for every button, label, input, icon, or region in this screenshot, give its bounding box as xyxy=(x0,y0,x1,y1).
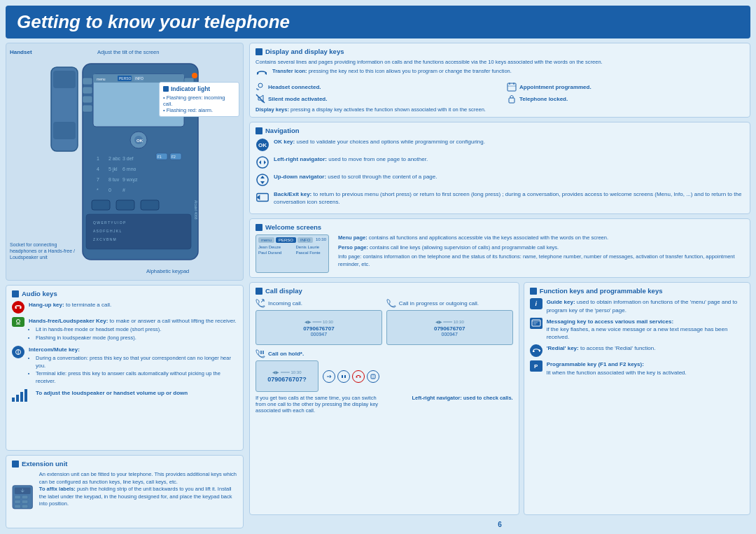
svg-rect-82 xyxy=(360,377,361,378)
guide-key-text: Guide key: used to obtain information on… xyxy=(547,298,744,314)
svg-text:5 jkl: 5 jkl xyxy=(108,167,118,172)
svg-rect-68 xyxy=(509,98,514,103)
tilt-label: Adjust the tilt of the screen xyxy=(97,49,159,55)
indicator-box: Indicator light • Flashing green: incomi… xyxy=(159,82,239,117)
audio-square-icon xyxy=(12,290,19,297)
call-display-grid: Incoming call. ◀▶ ═══ 10:30 0790676707 0… xyxy=(255,298,513,345)
transfer-row: Transfer icon: pressing the key next to … xyxy=(255,68,744,79)
svg-rect-40 xyxy=(141,200,159,210)
screen-time: 10:30 xyxy=(316,237,326,243)
svg-text:INFO: INFO xyxy=(135,76,144,80)
back-icon xyxy=(255,190,270,204)
extension-text: An extension unit can be fitted to your … xyxy=(39,471,237,508)
svg-text:Z X C V B N M: Z X C V B N M xyxy=(93,237,116,241)
svg-rect-79 xyxy=(342,375,343,378)
svg-rect-58 xyxy=(15,505,21,508)
svg-point-49 xyxy=(17,320,20,323)
navigation-section: Navigation OK OK key: used to validate y… xyxy=(249,122,750,214)
handsfree-key-item: Hands-free/Loudspeaker Key: to make or a… xyxy=(12,317,237,342)
hold-btn-4[interactable] xyxy=(367,370,379,383)
welcome-screens-section: Welcome screens menu PERSO INFO 10:30 xyxy=(249,218,750,278)
hold-btn-3[interactable] xyxy=(352,370,365,383)
intercom-key-text: Intercom/Mute key: During a conversation… xyxy=(29,346,237,386)
ok-key-row: OK OK key: used to validate your choices… xyxy=(255,138,744,152)
svg-text:#: # xyxy=(122,188,125,192)
svg-rect-80 xyxy=(344,375,346,378)
function-keys-title: Function keys and programmable keys xyxy=(530,287,744,295)
headset-icon xyxy=(255,82,265,92)
volume-key-text: To adjust the loudspeaker or handset vol… xyxy=(36,389,188,397)
svg-rect-63 xyxy=(507,83,516,91)
volume-key-item: To adjust the loudspeaker or handset vol… xyxy=(12,389,237,402)
info-text: Info page: contains information on the t… xyxy=(338,253,744,268)
intercom-key-item: Intercom/Mute key: During a conversation… xyxy=(12,346,237,386)
guide-key-row: i Guide key: used to obtain information … xyxy=(530,298,744,314)
svg-rect-17 xyxy=(83,96,92,103)
call-on-hold-row: Call on hold*. ◀▶ ═══ 10:30 0790676707? xyxy=(255,349,513,392)
nav-square-icon xyxy=(255,127,262,134)
svg-text:9 wxyz: 9 wxyz xyxy=(122,177,138,183)
left-column: menu PERSO INFO xyxy=(6,43,244,528)
page-number-area: 6 xyxy=(249,521,750,528)
extension-square-icon xyxy=(12,461,19,468)
headset-item: Headset connected. xyxy=(255,82,493,92)
menu-tab[interactable]: menu xyxy=(258,237,274,243)
redial-key-row: 'Redial' key: to access the 'Redial' fun… xyxy=(530,344,744,357)
welcome-title: Welcome screens xyxy=(255,223,744,231)
svg-text:3 def: 3 def xyxy=(122,156,134,161)
svg-rect-38 xyxy=(92,200,110,210)
svg-rect-48 xyxy=(20,307,22,309)
on-hold-mock-header: ◀▶ ═══ 10:30 xyxy=(272,370,301,374)
hold-btn-1[interactable] xyxy=(323,370,335,383)
svg-rect-54 xyxy=(15,496,21,499)
svg-text:Alcatel 4068: Alcatel 4068 xyxy=(194,200,198,220)
outgoing-call-col: Call in progress or outgoing call. ◀▶ ══… xyxy=(386,298,513,345)
display-section: Display and display keys Contains severa… xyxy=(249,43,750,118)
call-display-section: Call display Incoming call. ◀▶ ═══ 10:30… xyxy=(249,282,519,515)
svg-rect-16 xyxy=(83,87,92,94)
screen-tabs: menu PERSO INFO 10:30 xyxy=(258,237,326,243)
svg-text:A S D F G H J K L: A S D F G H J K L xyxy=(93,229,122,233)
back-key-row: Back/Exit key: to return to previous men… xyxy=(255,190,744,206)
incoming-mock-header: ◀▶ ═══ 10:30 xyxy=(304,319,333,324)
perso-tab[interactable]: PERSO xyxy=(276,237,296,243)
svg-rect-2 xyxy=(53,122,76,139)
info-tab[interactable]: INFO xyxy=(298,237,313,243)
display-title: Display and display keys xyxy=(255,48,744,55)
phone-image-area: menu PERSO INFO xyxy=(6,43,244,281)
svg-text:F1: F1 xyxy=(158,155,162,159)
screen-mockup: menu PERSO INFO 10:30 Jean Deuze Denis L… xyxy=(255,234,329,273)
svg-marker-89 xyxy=(539,349,540,352)
svg-rect-1 xyxy=(53,71,76,88)
screen-names: Jean Deuze Denis Laurie Paul Durand Pasc… xyxy=(258,245,326,255)
lr-nav-icon xyxy=(255,155,270,169)
transfer-icon xyxy=(255,68,268,79)
display-keys-text: Display keys: pressing a display key act… xyxy=(255,106,744,113)
bottom-right-row: Call display Incoming call. ◀▶ ═══ 10:30… xyxy=(249,282,750,515)
extension-illustration xyxy=(12,471,34,524)
back-key-text: Back/Exit key: to return to previous men… xyxy=(274,190,744,206)
extension-content: An extension unit can be fitted to your … xyxy=(12,471,237,524)
call-display-square-icon xyxy=(255,288,262,295)
navigation-title: Navigation xyxy=(255,127,744,134)
outgoing-label: Call in progress or outgoing call. xyxy=(399,300,479,307)
programmable-icon: P xyxy=(530,360,542,372)
programmable-key-row: P Programmable key (F1 and F2 keys): lit… xyxy=(530,360,744,376)
svg-text:*: * xyxy=(97,188,99,192)
on-hold-action-buttons xyxy=(323,370,379,383)
incoming-icon xyxy=(255,298,265,308)
lr-nav-text: Left-right navigator: used to move from … xyxy=(274,155,428,163)
svg-text:8 tuv: 8 tuv xyxy=(108,177,120,182)
locked-icon xyxy=(507,94,517,104)
hold-btn-2[interactable] xyxy=(337,370,350,383)
title-bar: Getting to know your telephone xyxy=(6,6,750,38)
svg-text:7: 7 xyxy=(97,177,99,182)
intercom-bullets: During a conversation: press this key so… xyxy=(29,355,237,385)
hangup-icon xyxy=(12,301,24,314)
svg-marker-70 xyxy=(259,160,261,164)
welcome-content: menu PERSO INFO 10:30 Jean Deuze Denis L… xyxy=(255,234,744,273)
indicator-bullet-2: • Flashing red: alarm. xyxy=(163,107,235,113)
func-square-icon xyxy=(530,288,537,295)
svg-text:6 mno: 6 mno xyxy=(122,167,136,171)
right-column: Display and display keys Contains severa… xyxy=(249,43,750,528)
